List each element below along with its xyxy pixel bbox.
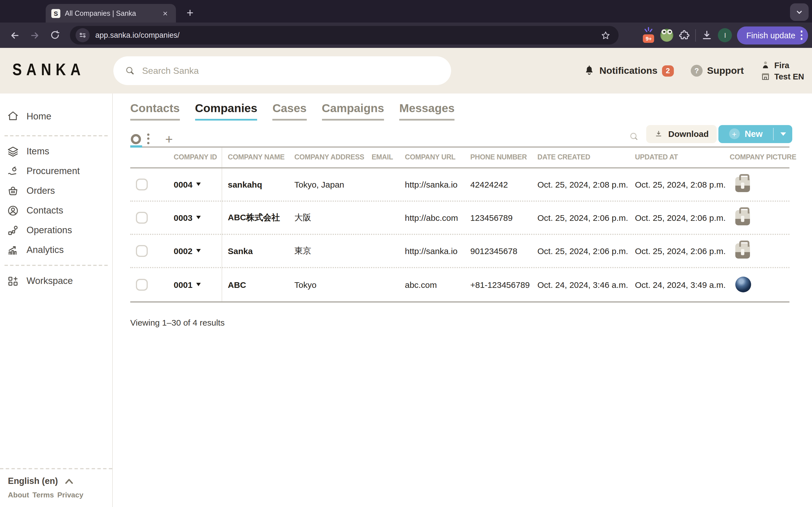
table-header: COMPANY ID COMPANY NAME COMPANY ADDRESS …: [130, 147, 790, 168]
sidebar-item-procurement[interactable]: Procurement: [0, 161, 112, 181]
sidebar-item-workspace[interactable]: Workspace: [0, 271, 112, 291]
home-icon: [7, 110, 19, 122]
company-url: http://sanka.io: [405, 168, 458, 200]
extensions-puzzle-icon[interactable]: [679, 29, 691, 41]
privacy-link[interactable]: Privacy: [57, 491, 84, 499]
table-row[interactable]: 0002 Sanka 東京 http://sanka.io 9012345678…: [130, 235, 790, 268]
active-view-indicator: [130, 145, 142, 147]
forward-icon[interactable]: [28, 28, 42, 42]
row-checkbox[interactable]: [136, 212, 148, 223]
new-button-main[interactable]: + New: [718, 128, 773, 139]
chevron-down-icon: [795, 7, 804, 17]
extension-badge-icon[interactable]: 9+: [642, 27, 656, 43]
row-checkbox[interactable]: [136, 279, 148, 290]
company-name: sankahq: [228, 168, 262, 200]
notifications-button[interactable]: Notifications 2: [583, 65, 674, 76]
table-row[interactable]: 0004 sankahq Tokyo, Japan http://sanka.i…: [130, 168, 790, 202]
bookmark-star-icon[interactable]: [601, 30, 611, 40]
storefront-icon: [761, 71, 770, 81]
new-tab-button[interactable]: +: [182, 4, 199, 21]
address-bar[interactable]: app.sanka.io/companies/: [70, 26, 619, 45]
screen: S All Companies | Sanka × + app.sanka.io…: [0, 0, 812, 507]
company-picture-placeholder-icon: [735, 243, 750, 258]
browser-tabstrip: S All Companies | Sanka × +: [0, 0, 812, 22]
company-id-dropdown[interactable]: 0002: [174, 246, 201, 256]
company-address: Tokyo: [294, 268, 316, 301]
company-url: http://abc.com: [405, 202, 458, 233]
site-info-icon[interactable]: [75, 28, 90, 42]
close-tab-icon[interactable]: ×: [160, 8, 170, 18]
browser-menu-icon[interactable]: [801, 31, 802, 40]
company-id-dropdown[interactable]: 0004: [174, 179, 201, 189]
extension-cluster: 9+ I Finish update: [642, 22, 812, 48]
support-button[interactable]: ? Support: [691, 65, 744, 76]
bell-icon: [583, 65, 595, 76]
sidebar-item-contacts[interactable]: Contacts: [0, 201, 112, 220]
workspace-icon: [7, 275, 19, 287]
company-picture-photo: [735, 277, 751, 292]
col-phone-number: PHONE NUMBER: [470, 147, 527, 167]
phone-number: 42424242: [470, 168, 508, 200]
table-row[interactable]: 0003 ABC株式会社 大阪 http://abc.com 123456789…: [130, 202, 790, 235]
language-switcher[interactable]: English (en): [8, 476, 112, 486]
chevron-up-icon: [63, 477, 74, 485]
tab-messages[interactable]: Messages: [399, 103, 455, 120]
search-input[interactable]: [142, 66, 440, 76]
table-search-icon[interactable]: [629, 131, 640, 142]
view-toolbar: + Download + New: [130, 122, 790, 147]
browser-toolbar: app.sanka.io/companies/ 9+ I Finish upda…: [0, 22, 812, 48]
add-view-icon[interactable]: +: [165, 133, 173, 145]
account-menu[interactable]: Fira Test EN: [761, 60, 804, 81]
table-row[interactable]: 0001 ABC Tokyo abc.com +81-123456789 Oct…: [130, 268, 790, 301]
hand-bag-icon: [7, 165, 19, 177]
download-button[interactable]: Download: [646, 125, 717, 143]
company-name: ABC株式会社: [228, 202, 280, 233]
tab-search-button[interactable]: [790, 3, 809, 21]
global-search[interactable]: [113, 56, 451, 85]
view-tab-icon[interactable]: [131, 134, 141, 144]
tab-campaigns[interactable]: Campaigns: [322, 103, 384, 120]
module-tabs: Contacts Companies Cases Campaigns Messa…: [130, 103, 812, 120]
browser-profile-avatar[interactable]: I: [718, 28, 732, 42]
tab-contacts[interactable]: Contacts: [130, 103, 180, 120]
company-id-dropdown[interactable]: 0003: [174, 213, 201, 222]
caret-down-icon: [197, 216, 201, 219]
sidebar-item-operations[interactable]: Operations: [0, 220, 112, 240]
company-name: Sanka: [228, 235, 253, 267]
terms-link[interactable]: Terms: [33, 491, 54, 499]
row-checkbox[interactable]: [136, 178, 148, 190]
new-dropdown-caret[interactable]: [774, 132, 792, 135]
tab-companies[interactable]: Companies: [195, 103, 257, 120]
caret-down-icon: [197, 249, 201, 252]
frog-extension-icon[interactable]: [661, 29, 673, 42]
sidebar-item-items[interactable]: Items: [0, 142, 112, 161]
sidebar-divider: [4, 265, 108, 266]
sidebar-item-home[interactable]: Home: [0, 105, 112, 127]
notifications-count-badge: 2: [662, 65, 674, 76]
back-icon[interactable]: [7, 28, 21, 42]
row-checkbox[interactable]: [136, 245, 148, 257]
about-link[interactable]: About: [8, 491, 29, 499]
col-updated-at: UPDATED AT: [635, 147, 678, 167]
user-name: Fira: [774, 61, 789, 69]
new-button[interactable]: + New: [718, 125, 792, 143]
col-email: EMAIL: [371, 147, 393, 167]
col-date-created: DATE CREATED: [538, 147, 590, 167]
sidebar-item-analytics[interactable]: Analytics: [0, 240, 112, 260]
sidebar-item-orders[interactable]: Orders: [0, 181, 112, 201]
help-icon: ?: [691, 65, 703, 76]
downloads-icon[interactable]: [701, 29, 713, 41]
basket-icon: [7, 184, 19, 197]
company-picture-placeholder-icon: [735, 210, 750, 225]
phone-number: 9012345678: [470, 235, 517, 267]
company-id-dropdown[interactable]: 0001: [174, 280, 201, 289]
sanka-logo[interactable]: SANKA: [12, 60, 85, 79]
tab-cases[interactable]: Cases: [272, 103, 306, 120]
updated-at: Oct. 25, 2024, 2:08 p.m.: [635, 168, 726, 200]
finish-update-button[interactable]: Finish update: [737, 26, 808, 44]
results-summary: Viewing 1–30 of 4 results: [130, 318, 812, 327]
date-created: Oct. 25, 2024, 2:06 p.m.: [538, 235, 628, 267]
view-options-icon[interactable]: [147, 133, 149, 144]
reload-icon[interactable]: [48, 28, 62, 42]
browser-tab[interactable]: S All Companies | Sanka ×: [46, 4, 176, 22]
